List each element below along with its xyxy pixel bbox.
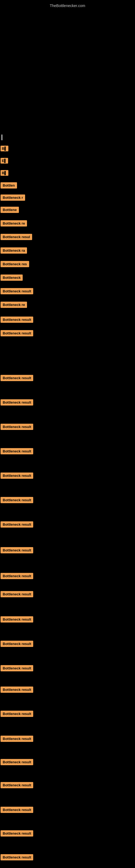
list-item: Bottleneck result [0,496,33,504]
list-item: Bottleneck result [0,316,33,323]
page-content: TheBottlenecker.com |B▌E▌B▌BottlenBottle… [0,0,135,868]
bottleneck-label: Bottleneck result [1,591,33,597]
bottleneck-label: Bottleneck r [1,194,25,201]
list-item: Bottleneck result [0,735,33,742]
bottleneck-label: Bottleneck re [1,220,27,226]
bottleneck-label: Bottleneck result [1,736,33,742]
bottleneck-label: Bottleneck result [1,399,33,405]
list-item: Bottleneck result [0,590,33,598]
list-item: Bottleneck result [0,616,33,623]
list-item: Bottleneck res [0,260,29,268]
list-item: Bottleneck result [0,399,33,406]
bottleneck-label: B▌ [1,146,8,151]
list-item: Bottleneck re [0,220,27,227]
bottleneck-label: Bottleneck result [1,472,33,479]
bottleneck-label: Bottleneck result [1,448,33,454]
bottleneck-label: B▌ [1,170,8,176]
list-item: Bottleneck result [0,330,33,337]
list-item: Bottleneck result [0,447,33,455]
bottleneck-label: Bottleneck resul [1,234,32,240]
list-item: Bottleneck result [0,686,33,693]
bottleneck-label: Bottleneck result [1,375,33,381]
list-item: Bottleneck result [0,710,33,717]
list-item: Bottleneck result [0,640,33,648]
list-item: Bottleneck [0,274,23,281]
bottleneck-label: Bottleneck result [1,830,33,837]
list-item: Bottlen [0,182,17,189]
list-item: | [0,133,3,141]
bottleneck-label: Bottleneck result [1,854,33,860]
list-item: Bottleneck result [0,806,33,813]
bottleneck-label: | [1,133,3,141]
bottleneck-label: Bottleneck result [1,711,33,717]
bottleneck-label: Bottleneck result [1,330,33,336]
list-item: Bottleneck result [0,547,33,554]
bottleneck-label: Bottleneck result [1,521,33,528]
list-item: B▌ [0,169,8,176]
list-item: B▌ [0,145,8,152]
bottleneck-label: Bottleneck result [1,497,33,503]
list-item: Bottleneck re [0,301,27,308]
bottleneck-label: E▌ [1,158,8,163]
bottleneck-label: Bottleneck result [1,316,33,323]
bottleneck-label: Bottleneck result [1,573,33,579]
bottleneck-label: Bottleneck result [1,686,33,693]
list-item: Bottleneck r [0,194,25,201]
list-item: Bottleneck resul [0,233,32,241]
list-item: Bottleneck result [0,521,33,528]
list-item: Bottlene [0,206,19,214]
bottleneck-label: Bottlen [1,182,17,188]
list-item: Bottleneck result [0,423,33,431]
bottleneck-label: Bottlene [1,207,19,213]
bottleneck-label: Bottleneck result [1,616,33,622]
bottleneck-label: Bottleneck ra [1,247,27,254]
bottleneck-label: Bottleneck result [1,759,33,765]
bottleneck-label: Bottleneck res [1,261,29,267]
list-item: E▌ [0,157,8,164]
bottleneck-label: Bottleneck result [1,547,33,553]
bottleneck-label: Bottleneck result [1,782,33,788]
list-item: Bottleneck result [0,374,33,382]
site-title: TheBottlenecker.com [0,1,135,10]
list-item: Bottleneck result [0,758,33,766]
list-item: Bottleneck result [0,830,33,837]
bottleneck-label: Bottleneck result [1,424,33,430]
list-item: Bottleneck result [0,287,33,295]
list-item: Bottleneck result [0,472,33,479]
bottleneck-label: Bottleneck re [1,302,27,308]
bottleneck-label: Bottleneck result [1,641,33,647]
list-item: Bottleneck ra [0,247,27,254]
list-item: Bottleneck result [0,664,33,672]
list-item: Bottleneck result [0,781,33,789]
bottleneck-label: Bottleneck result [1,288,33,294]
bottleneck-label: Bottleneck result [1,807,33,813]
list-item: Bottleneck result [0,854,33,861]
bottleneck-label: Bottleneck result [1,665,33,671]
list-item: Bottleneck result [0,572,33,580]
bottleneck-label: Bottleneck [1,275,23,281]
